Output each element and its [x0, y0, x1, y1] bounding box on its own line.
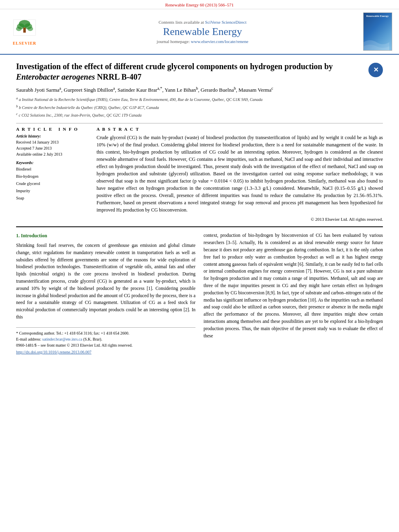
- doi-line: http://dx.doi.org/10.1016/j.renene.2013.…: [16, 349, 195, 355]
- intro-paragraph-left: Shrinking fossil fuel reserves, the conc…: [16, 242, 195, 321]
- kw-biodiesel: Biodiesel: [16, 166, 88, 173]
- body-section: 1. Introduction Shrinking fossil fuel re…: [16, 232, 383, 355]
- homepage-link[interactable]: www.elsevier.com/locate/renene: [191, 39, 249, 44]
- abstract-title: A B S T R A C T: [97, 127, 383, 131]
- affiliation-c: c c CO2 Solutions Inc., 2300, rue Jean-P…: [16, 111, 383, 118]
- footnote-corresponding: * Corresponding author. Tel.: +1 418 654…: [16, 330, 195, 336]
- cover-image: Renewable Energy: [363, 12, 392, 51]
- email-link[interactable]: satinder.brar@ete.inrs.ca: [42, 337, 82, 341]
- body-col-left: 1. Introduction Shrinking fossil fuel re…: [16, 232, 195, 355]
- abstract-body: Crude glycerol (CG) is the main by-produ…: [97, 134, 383, 214]
- issn-line: 0960-1481/$ – see front matter © 2013 El…: [16, 342, 195, 348]
- body-col-right: context, production of bio-hydrogen by b…: [204, 232, 383, 355]
- intro-paragraph-right: context, production of bio-hydrogen by b…: [204, 232, 383, 339]
- svg-point-5: [16, 27, 22, 31]
- info-abstract-section: A R T I C L E I N F O Article history: R…: [16, 127, 383, 222]
- article-title-block: Investigation of the effect of different…: [16, 61, 383, 82]
- journal-title: Renewable Energy: [163, 26, 242, 38]
- cover-title-text: Renewable Energy: [366, 14, 389, 18]
- sciverse-info: Contents lists available at SciVerse Sci…: [158, 20, 246, 25]
- journal-citation: Renewable Energy 60 (2013) 566–571: [0, 0, 399, 9]
- abstract-col: A B S T R A C T Crude glycerol (CG) is t…: [97, 127, 383, 222]
- title-italic: Enterobacter aerogenes: [16, 72, 95, 81]
- title-after: NRRL B-407: [95, 72, 142, 81]
- elsevier-logo: ELSEVIER: [6, 12, 43, 51]
- keywords-label: Keywords:: [16, 160, 88, 165]
- history-label: Article history:: [16, 134, 88, 138]
- footnote-area: * Corresponding author. Tel.: +1 418 654…: [16, 327, 195, 355]
- footnote-email: E-mail address: satinder.brar@ete.inrs.c…: [16, 336, 195, 342]
- keywords-group: Keywords: Biodiesel Bio-hydrogen Crude g…: [16, 160, 88, 202]
- main-content: Investigation of the effect of different…: [0, 55, 399, 363]
- svg-point-6: [27, 27, 33, 31]
- crossmark-icon[interactable]: ✕: [368, 63, 383, 77]
- affiliation-b: b b Centre de Recherche Industrielle du …: [16, 104, 383, 111]
- cover-decoration: [364, 26, 389, 50]
- kw-crude-glycerol: Crude glycerol: [16, 180, 88, 187]
- journal-cover: Renewable Energy: [362, 12, 393, 51]
- title-normal: Investigation of the effect of different…: [16, 62, 333, 71]
- journal-center-info: Contents lists available at SciVerse Sci…: [47, 12, 358, 51]
- affiliation-a: a a Institut National de la Recherche Sc…: [16, 96, 383, 103]
- journal-homepage: journal homepage: www.elsevier.com/locat…: [157, 39, 249, 44]
- body-divider: [16, 226, 383, 227]
- article-info-col: A R T I C L E I N F O Article history: R…: [16, 127, 88, 222]
- article-title-text: Investigation of the effect of different…: [16, 61, 364, 82]
- authors-line: Saurabh Jyoti Sarmaa, Gurpreet Singh Dhi…: [16, 86, 383, 93]
- affiliations-block: a a Institut National de la Recherche Sc…: [16, 96, 383, 118]
- divider-1: [16, 123, 383, 123]
- svg-rect-4: [23, 27, 26, 33]
- copyright: © 2013 Elsevier Ltd. All rights reserved…: [97, 217, 383, 222]
- article-info-title: A R T I C L E I N F O: [16, 127, 88, 131]
- journal-header: ELSEVIER Contents lists available at Sci…: [0, 9, 399, 55]
- intro-section-title: 1. Introduction: [16, 232, 195, 240]
- kw-impurity: Impurity: [16, 187, 88, 195]
- elsevier-wordmark: ELSEVIER: [13, 41, 37, 45]
- accepted-date: Accepted 7 June 2013: [16, 145, 88, 151]
- elsevier-logo-svg: [8, 18, 41, 40]
- doi-link[interactable]: http://dx.doi.org/10.1016/j.renene.2013.…: [16, 350, 91, 354]
- citation-text: Renewable Energy 60 (2013) 566–571: [165, 2, 234, 7]
- available-date: Available online 2 July 2013: [16, 151, 88, 157]
- kw-soap: Soap: [16, 195, 88, 202]
- kw-biohydrogen: Bio-hydrogen: [16, 173, 88, 180]
- history-group: Article history: Received 14 January 201…: [16, 134, 88, 157]
- sciverse-link[interactable]: SciVerse ScienceDirect: [205, 20, 247, 25]
- received-date: Received 14 January 2013: [16, 139, 88, 145]
